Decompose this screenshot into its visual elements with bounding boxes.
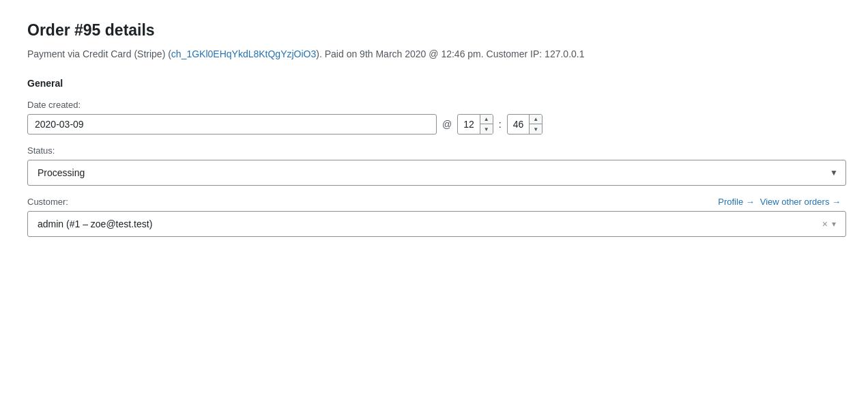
payment-prefix: Payment via Credit Card (Stripe) ( [27,48,171,59]
general-section-title: General [27,78,841,89]
minute-arrows[interactable]: ▲ ▼ [529,115,542,134]
minute-value: 46 [508,115,530,134]
customer-select[interactable]: admin (#1 – zoe@test.test) × ▾ [27,211,846,237]
view-orders-link[interactable]: View other orders → [760,197,841,207]
customer-dropdown-arrow[interactable]: ▾ [832,219,836,229]
customer-label: Customer: [27,197,68,207]
date-row: @ 12 ▲ ▼ : 46 ▲ ▼ [27,114,841,135]
payment-info: Payment via Credit Card (Stripe) (ch_1GK… [27,46,841,61]
minute-up-arrow[interactable]: ▲ [530,115,542,124]
hour-spinner[interactable]: 12 ▲ ▼ [457,114,493,135]
minute-down-arrow[interactable]: ▼ [530,124,542,134]
hour-down-arrow[interactable]: ▼ [480,124,493,134]
payment-link[interactable]: ch_1GKl0EHqYkdL8KtQgYzjOiO3 [171,48,316,59]
status-select[interactable]: Processing Pending payment On hold Compl… [27,160,846,186]
customer-value: admin (#1 – zoe@test.test) [38,218,152,229]
customer-select-wrapper: admin (#1 – zoe@test.test) × ▾ [27,211,846,237]
hour-up-arrow[interactable]: ▲ [480,115,493,124]
time-colon: : [499,119,502,130]
status-field: Status: Processing Pending payment On ho… [27,145,841,186]
status-label: Status: [27,145,841,156]
customer-field: Customer: Profile → View other orders → … [27,197,841,237]
date-input[interactable] [27,114,437,135]
customer-links: Profile → View other orders → [718,197,841,207]
hour-value: 12 [458,115,480,134]
date-created-label: Date created: [27,100,841,110]
clear-icon[interactable]: × [822,218,828,229]
payment-suffix: ). Paid on 9th March 2020 @ 12:46 pm. Cu… [316,48,584,59]
status-select-wrapper: Processing Pending payment On hold Compl… [27,160,846,186]
page-title: Order #95 details [27,20,841,41]
minute-spinner[interactable]: 46 ▲ ▼ [507,114,543,135]
hour-arrows[interactable]: ▲ ▼ [480,115,493,134]
customer-row: Customer: Profile → View other orders → [27,197,841,207]
profile-link[interactable]: Profile → [718,197,754,207]
customer-controls: × ▾ [822,218,836,229]
at-symbol: @ [442,119,452,130]
date-created-field: Date created: @ 12 ▲ ▼ : 46 ▲ ▼ [27,100,841,135]
